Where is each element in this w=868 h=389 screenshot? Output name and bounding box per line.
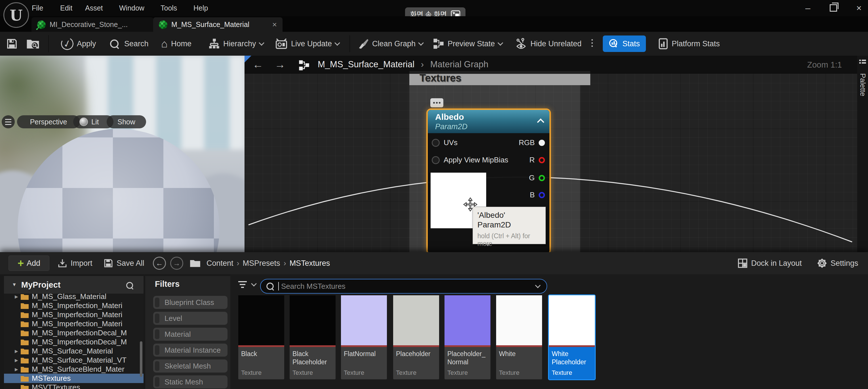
menu-tools[interactable]: Tools (160, 0, 177, 16)
minimize-button[interactable]: – (802, 2, 814, 13)
tree-expander-icon[interactable]: ▶ (15, 367, 21, 372)
output-pin-b[interactable] (539, 192, 545, 198)
platform-stats-button[interactable]: Platform Stats (658, 32, 720, 56)
tree-expander-icon[interactable]: ▶ (15, 349, 21, 354)
tab-mi-decorative-stone[interactable]: MI_Decorative_Stone_... (31, 17, 153, 32)
filter-skeletal-mesh[interactable]: Skeletal Mesh (153, 359, 227, 372)
filter-material[interactable]: Material (153, 328, 227, 341)
filter-blueprint-class[interactable]: Blueprint Class (153, 296, 227, 309)
search-button[interactable]: Search (110, 32, 149, 56)
toolbar-overflow-menu[interactable] (591, 39, 593, 47)
chevron-down-icon[interactable] (251, 281, 257, 286)
save-button[interactable] (6, 32, 18, 56)
breadcrumb-content[interactable]: Content (207, 259, 234, 268)
menu-window[interactable]: Window (119, 0, 144, 16)
filter-material-instance[interactable]: Material Instance (153, 343, 227, 357)
tree-folder-label: M_MS_Imperfection_Materi (32, 301, 122, 310)
node-header[interactable]: Albedo Param2D (428, 110, 550, 133)
add-label: Add (27, 259, 40, 268)
browse-to-asset-button[interactable] (26, 32, 40, 56)
breadcrumb-mspresets[interactable]: MSPresets (243, 259, 280, 268)
graph-forward-button[interactable]: → (275, 58, 285, 71)
tree-folder-row[interactable]: ▶M_MS_Surface_Material (4, 346, 144, 356)
asset-type: Texture (344, 369, 364, 377)
material-preview-viewport[interactable]: Perspective Lit Show Z X (0, 56, 245, 252)
tree-expander-icon[interactable]: ▶ (15, 294, 21, 299)
node-comment-bubble-icon[interactable] (430, 98, 443, 107)
output-pin-row[interactable]: RGB (519, 138, 545, 147)
settings-button[interactable]: Settings (817, 252, 858, 274)
asset-tile[interactable]: Black PlaceholderTexture (290, 295, 336, 379)
history-back-button[interactable]: ← (153, 252, 166, 274)
asset-tile[interactable]: Placeholder_NormalTexture (444, 295, 491, 379)
output-pin-row[interactable]: R (529, 156, 545, 164)
home-button[interactable]: ⌂ Home (161, 32, 191, 56)
output-pin-row[interactable]: B (530, 191, 545, 199)
restore-button[interactable] (827, 2, 840, 13)
tree-folder-label: M_MS_ImperfectionDecal_M (32, 329, 127, 337)
tree-folder-row[interactable]: ▶M_MS_Surface_Material_VT (4, 356, 144, 365)
output-pin-row[interactable]: G (529, 173, 545, 182)
tree-folder-row[interactable]: M_MS_Imperfection_Materi (4, 301, 144, 310)
hierarchy-button[interactable]: Hierarchy (209, 32, 264, 56)
viewport-options-icon[interactable] (2, 115, 15, 128)
menu-file[interactable]: File (32, 0, 43, 16)
platform-stats-icon (658, 38, 668, 49)
menu-edit[interactable]: Edit (60, 0, 72, 16)
tree-folder-row[interactable]: ▶M_MS_Glass_Material (4, 294, 144, 301)
input-pin-uvs[interactable] (432, 139, 440, 147)
menu-help[interactable]: Help (193, 0, 208, 16)
history-forward-button[interactable]: → (170, 252, 183, 274)
tree-expander-icon[interactable]: ▶ (15, 358, 21, 363)
tree-folder-row[interactable]: M_MS_Imperfection_Materi (4, 310, 144, 319)
asset-tile[interactable]: WhiteTexture (496, 295, 542, 379)
asset-search-input[interactable] (281, 282, 526, 291)
tree-folder-row[interactable]: M_MS_ImperfectionDecal_M (4, 328, 144, 338)
tree-folder-row[interactable]: MSVTTextures (4, 383, 144, 389)
apply-button[interactable]: ✓ Apply (61, 32, 96, 56)
save-all-button[interactable]: Save All (103, 252, 144, 274)
palette-side-tab[interactable]: Palette (857, 56, 868, 252)
output-pin-r[interactable] (539, 157, 545, 163)
menu-asset[interactable]: Asset (85, 0, 103, 16)
filter-funnel-icon[interactable] (238, 281, 247, 288)
chevron-down-icon[interactable] (535, 282, 541, 288)
asset-tile[interactable]: PlaceholderTexture (393, 295, 439, 379)
clean-graph-button[interactable]: Clean Graph (358, 32, 423, 56)
close-button[interactable]: × (853, 2, 865, 13)
asset-search-box[interactable] (260, 279, 547, 294)
search-icon (110, 39, 119, 48)
perspective-button[interactable]: Perspective (17, 115, 80, 128)
tree-folder-row[interactable]: ▶M_MS_SurfaceBlend_Mater (4, 365, 144, 374)
tree-search-icon[interactable] (126, 282, 133, 289)
tab-close-icon[interactable]: × (272, 20, 277, 29)
tree-folder-row[interactable]: M_MS_ImperfectionDecal_M (4, 337, 144, 347)
input-pin-mipbias[interactable] (432, 156, 440, 164)
filter-level[interactable]: Level (153, 312, 227, 325)
import-button[interactable]: Import (58, 252, 92, 274)
tree-scrollbar[interactable] (140, 341, 143, 377)
show-button[interactable]: Show (107, 115, 146, 128)
dock-in-layout-button[interactable]: Dock in Layout (738, 252, 802, 274)
tree-folder-row[interactable]: M_MS_Imperfection_Materi (4, 319, 144, 329)
input-pin-row[interactable]: Apply View MipBias (432, 156, 508, 164)
asset-tile[interactable]: BlackTexture (238, 295, 284, 379)
stats-button[interactable]: Stats (603, 35, 646, 52)
output-pin-rgb[interactable] (539, 140, 545, 146)
output-pin-g[interactable] (539, 175, 545, 181)
tree-root-row[interactable]: ▼ MyProject (4, 276, 144, 294)
live-update-button[interactable]: Live Update (275, 32, 339, 56)
preview-state-button[interactable]: Preview State (433, 32, 502, 56)
asset-tile[interactable]: White PlaceholderTexture (549, 295, 595, 379)
tree-folder-row[interactable]: MSTextures (4, 374, 144, 383)
hide-unrelated-button[interactable]: Hide Unrelated (515, 32, 582, 56)
material-graph-canvas[interactable]: Textures ← → M_MS_Surface_Material › Mat… (245, 56, 857, 252)
asset-tile[interactable]: FlatNormalTexture (341, 295, 387, 379)
input-pin-row[interactable]: UVs (432, 138, 458, 147)
tab-m-ms-surface-material[interactable]: M_MS_Surface_Material × (153, 17, 282, 32)
breadcrumb-asset[interactable]: M_MS_Surface_Material (318, 59, 414, 69)
add-button[interactable]: + Add (8, 255, 49, 271)
breadcrumb-mstextures[interactable]: MSTextures (290, 259, 330, 268)
filter-static-mesh[interactable]: Static Mesh (153, 376, 227, 388)
graph-back-button[interactable]: ← (252, 58, 263, 71)
